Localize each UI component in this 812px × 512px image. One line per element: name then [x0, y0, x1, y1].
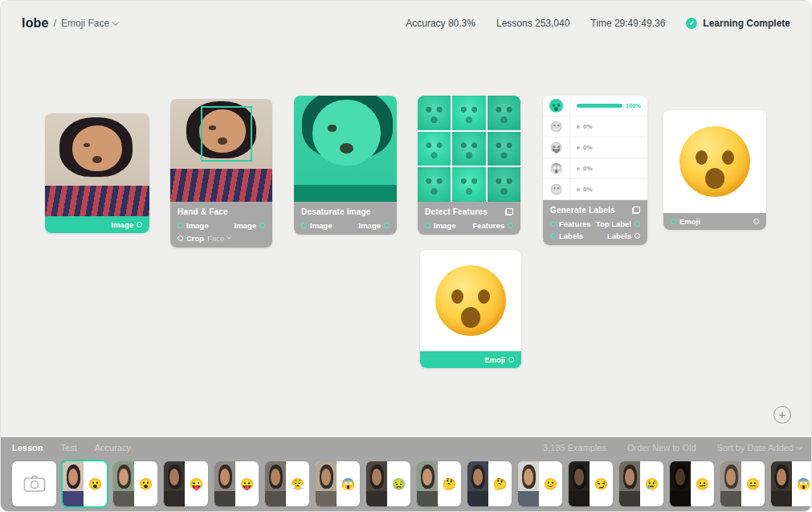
check-icon: ✓ [686, 18, 697, 29]
node-emoji-label[interactable]: Emoji [420, 250, 521, 368]
tab-lesson[interactable]: Lesson [12, 443, 43, 453]
add-node-button[interactable]: + [773, 406, 791, 424]
handface-photo [170, 99, 272, 202]
confidence-value: 0% [583, 123, 593, 130]
learning-status-label: Learning Complete [703, 18, 790, 29]
port-circle [635, 221, 640, 227]
layers-icon[interactable] [505, 208, 513, 215]
example-thumbnail[interactable]: 😱 [771, 461, 812, 506]
face-detection-box [201, 106, 252, 162]
zero-dot-icon [577, 188, 580, 191]
stat-lessons: Lessons 253,040 [496, 18, 569, 29]
label-confidence: 0% [570, 144, 647, 151]
port-out-emoji[interactable]: Emoji [484, 355, 514, 364]
example-thumbnail[interactable]: 🤔 [417, 461, 461, 506]
port-in-image[interactable]: Image [301, 221, 332, 230]
label-row[interactable]: 😝0% [543, 137, 647, 158]
desaturated-photo [294, 96, 397, 202]
stat-accuracy: Accuracy 80.3% [406, 18, 475, 29]
port-circle [425, 223, 430, 228]
order-toggle[interactable]: Order New to Old [627, 443, 696, 453]
node-generate-labels[interactable]: 100%😁0%😝0%😱0%😬0% Generate Labels Feature… [543, 96, 647, 245]
example-thumbnail[interactable]: 🤔 [467, 461, 512, 506]
port-in-image[interactable]: Image [425, 221, 455, 230]
confidence-value: 0% [583, 165, 593, 172]
example-thumbnail[interactable]: 🤢 [366, 461, 410, 506]
example-photo [670, 461, 691, 506]
example-thumbnail[interactable]: 😢 [619, 461, 663, 506]
example-emoji-label: 😱 [792, 461, 812, 506]
tab-accuracy[interactable]: Accuracy [95, 443, 131, 453]
port-out-image[interactable]: Image [235, 221, 265, 230]
example-thumbnail[interactable]: 😜 [164, 461, 208, 506]
example-photo [720, 461, 741, 506]
panel-tabs: LessonTestAccuracy [12, 443, 131, 453]
port-circle [259, 223, 265, 228]
emoji-preview [663, 110, 766, 213]
label-row[interactable]: 100% [543, 96, 647, 117]
example-emoji-label: 😛 [235, 461, 259, 506]
surprised-emoji [435, 265, 506, 336]
port-out-features[interactable]: Features [472, 221, 513, 230]
node-image-source[interactable]: Image [45, 113, 149, 233]
label-row[interactable]: 😁0% [543, 117, 647, 137]
example-thumbnail[interactable]: 😐 [670, 461, 714, 506]
label-confidence: 100% [570, 102, 647, 109]
port-circle [137, 222, 142, 227]
header-stats: Accuracy 80.3%Lessons 253,040Time 29:49:… [406, 18, 790, 29]
node-hand-and-face[interactable]: Hand & Face Image Image Crop Face [170, 99, 272, 248]
label-confidence-list: 100%😁0%😝0%😱0%😬0% [543, 96, 647, 200]
example-photo [569, 461, 590, 506]
example-photo [164, 461, 185, 506]
examples-panel: LessonTestAccuracy 3,135 Examples Order … [1, 437, 812, 511]
example-thumbnail[interactable]: 😮 [63, 461, 107, 506]
example-photo [417, 461, 438, 506]
port-out-image[interactable]: Image [359, 221, 390, 230]
breadcrumb: lobe / Emoji Face [22, 16, 118, 31]
example-photo [214, 461, 235, 506]
example-thumbnail[interactable]: 🙂 [518, 461, 562, 506]
port-out-top-label[interactable]: Top Label [596, 219, 640, 228]
node-detect-features[interactable]: Detect Features Image Features [418, 96, 520, 235]
crop-value: Face [207, 234, 224, 243]
example-photo [316, 461, 337, 506]
port-in-crop[interactable]: Crop Face [177, 234, 231, 243]
example-thumbnail[interactable]: 😤 [265, 461, 309, 506]
chevron-down-icon [112, 18, 119, 25]
zero-dot-icon [577, 146, 580, 150]
port-circle [177, 223, 183, 228]
feature-maps-grid [418, 96, 520, 202]
port-circle [550, 221, 556, 227]
port-in-image[interactable]: Image [177, 221, 208, 230]
label-row[interactable]: 😱0% [543, 158, 647, 179]
node-desaturate-image[interactable]: Desaturate Image Image Image [294, 96, 397, 235]
port-in-emoji[interactable]: Emoji [671, 217, 700, 226]
layers-icon[interactable] [632, 207, 640, 214]
port-out[interactable] [753, 219, 759, 224]
example-emoji-label: 🤢 [387, 461, 410, 506]
example-thumbnail[interactable]: 😛 [214, 461, 259, 506]
port-circle [671, 219, 676, 224]
port-circle [384, 223, 390, 228]
example-thumbnail[interactable]: 😏 [569, 461, 613, 506]
node-emoji-display[interactable]: Emoji [663, 110, 766, 230]
example-thumbnail[interactable]: 😱 [316, 461, 360, 506]
pipeline-canvas[interactable]: Image Hand & Face Image [1, 46, 812, 439]
port-in-features[interactable]: Features [550, 219, 591, 228]
port-in-labels[interactable]: Labels [550, 231, 583, 240]
header-bar: lobe / Emoji Face Accuracy 80.3%Lessons … [1, 1, 811, 46]
confidence-value: 0% [583, 186, 593, 193]
emoji-preview [420, 250, 521, 351]
project-name-dropdown[interactable]: Emoji Face [61, 18, 118, 29]
example-thumbnail[interactable]: 😐 [720, 461, 765, 506]
confidence-value: 0% [583, 144, 593, 151]
chevron-down-icon [226, 235, 231, 240]
port-out-image[interactable]: Image [112, 220, 142, 229]
label-row[interactable]: 😬0% [543, 179, 647, 200]
port-out-labels[interactable]: Labels [607, 231, 640, 240]
example-thumbnail[interactable]: 😮 [113, 461, 157, 506]
capture-camera-button[interactable] [12, 461, 56, 506]
label-confidence: 0% [570, 123, 647, 130]
tab-test[interactable]: Test [61, 443, 77, 453]
sort-dropdown[interactable]: Sort by Date Added [717, 443, 802, 453]
